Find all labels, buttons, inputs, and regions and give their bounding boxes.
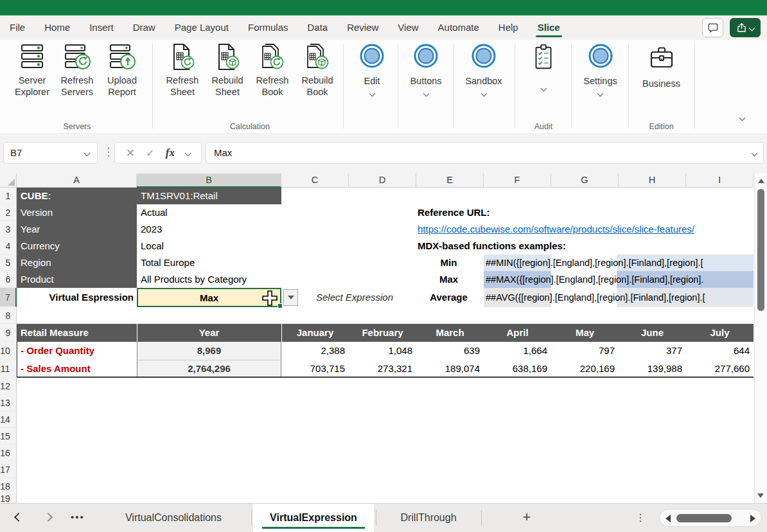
cell-a3-year-label[interactable]: Year [17,221,40,238]
table-cell[interactable]: 220,169 [551,360,615,378]
tab-help[interactable]: Help [489,15,528,40]
row-header-2[interactable]: 2 [0,204,17,221]
row-header-7[interactable]: 7 [0,288,17,307]
column-header-f[interactable]: F [484,173,551,188]
reference-url-link[interactable]: https://code.cubewise.com/software/produ… [418,221,754,238]
insert-function-icon[interactable]: fx [166,146,175,159]
row-header-12[interactable]: 12 [0,378,17,395]
sandbox-button[interactable]: Sandbox [455,43,513,98]
row-header-14[interactable]: 14 [0,411,17,428]
table-month-header-april[interactable]: April [484,324,551,342]
formula-bar-expand-chevron-icon[interactable] [752,150,758,157]
sheet-tab-drillthrough[interactable]: DrillThrough [378,504,479,532]
table-cell[interactable]: 273,321 [349,360,412,378]
row-header-6[interactable]: 6 [0,271,17,288]
max-label[interactable]: Max [416,271,481,288]
row-label-sales-amount[interactable]: - Sales Amount [21,360,91,378]
formula-bar-grip[interactable]: ⋮ [103,145,114,159]
table-month-header-february[interactable]: February [349,324,416,342]
cell-b4-currency-value[interactable]: Local [141,238,164,254]
column-header-i[interactable]: I [686,173,754,188]
sheet-nav-left-icon[interactable] [14,513,23,522]
row-header-19[interactable]: 19 [0,495,17,503]
table-cell[interactable]: 377 [619,342,682,360]
audit-button[interactable] [516,43,571,93]
row-header-3[interactable]: 3 [0,221,17,238]
table-cell[interactable]: 703,715 [281,360,345,378]
tab-slice[interactable]: Slice [528,15,570,40]
cell-a6-product-label[interactable]: Product [17,271,54,288]
fx-chevron-icon[interactable] [185,150,191,156]
table-cell[interactable]: 644 [686,342,750,360]
scroll-down-arrow-icon[interactable] [757,493,764,498]
formula-input[interactable]: Max [206,142,764,164]
column-header-a[interactable]: A [17,173,137,188]
row-label-order-quantity[interactable]: - Order Quantity [21,342,94,360]
table-header-year[interactable]: Year [137,324,281,342]
selected-cell-b7[interactable]: Max [137,288,281,307]
cell-a2-version-label[interactable]: Version [17,204,53,221]
reference-url-title[interactable]: Reference URL: [418,204,490,221]
column-header-e[interactable]: E [416,173,484,188]
column-header-c[interactable]: C [281,173,349,188]
name-box[interactable]: B7 [3,142,98,164]
table-cell[interactable]: 189,074 [416,360,480,378]
add-sheet-button[interactable]: + [518,504,536,532]
vertical-scroll-thumb[interactable] [757,189,764,311]
row-header-9[interactable]: 9 [0,324,17,342]
tab-view[interactable]: View [388,15,428,40]
tab-review[interactable]: Review [337,15,388,40]
row-header-8[interactable]: 8 [0,307,17,324]
table-header-measure[interactable]: Retail Measure [21,324,89,342]
scroll-right-arrow-icon[interactable] [750,515,755,522]
row-header-5[interactable]: 5 [0,254,17,271]
table-cell[interactable]: 2,388 [281,342,345,360]
rebuild-book-button[interactable]: RebuildBook [295,43,339,98]
tab-home[interactable]: Home [35,15,80,40]
year-total-order-quantity[interactable]: 8,969 [137,342,281,360]
cell-a1-cube-label[interactable]: CUBE: [17,188,136,204]
row-header-10[interactable]: 10 [0,342,17,360]
expression-dropdown-button[interactable] [283,289,298,306]
average-formula[interactable]: ##AVG({[region].[England],[region].[Finl… [486,288,754,307]
column-header-h[interactable]: H [619,173,686,188]
cell-a4-currency-label[interactable]: Currency [17,238,60,254]
tab-data[interactable]: Data [297,15,337,40]
table-month-header-june[interactable]: June [619,324,686,342]
sheet-nav-right-icon[interactable] [44,513,53,522]
upload-report-button[interactable]: UploadReport [100,43,144,98]
sheet-tab-virtualexpression[interactable]: VirtualExpression [253,504,374,532]
sheet-list-ellipsis[interactable]: ••• [71,511,85,522]
row-header-18[interactable]: 18 [0,478,17,495]
table-cell[interactable]: 277,660 [686,360,750,378]
server-explorer-button[interactable]: ServerExplorer [10,43,54,98]
row-header-1[interactable]: 1 [0,188,17,204]
share-button[interactable] [730,18,761,37]
min-label[interactable]: Min [416,254,481,271]
table-month-header-july[interactable]: July [686,324,754,342]
refresh-book-button[interactable]: RefreshBook [251,43,294,98]
column-header-g[interactable]: G [551,173,619,188]
average-label[interactable]: Average [416,288,481,307]
column-header-b[interactable]: B [137,173,281,188]
row-header-4[interactable]: 4 [0,238,17,254]
table-month-header-march[interactable]: March [416,324,484,342]
tab-page-layout[interactable]: Page Layout [165,15,238,40]
cell-b5-region-value[interactable]: Total Europe [141,254,195,271]
cancel-icon[interactable]: ✕ [126,146,135,160]
mdx-functions-title[interactable]: MDX-based functions examples: [418,238,566,254]
tab-automate[interactable]: Automate [428,15,489,40]
tab-options-icon[interactable]: ⋮ [635,511,646,524]
table-cell[interactable]: 639 [416,342,480,360]
name-box-chevron-icon[interactable] [84,150,91,157]
row-header-16[interactable]: 16 [0,445,17,461]
tab-file[interactable]: File [0,15,35,40]
max-formula[interactable]: ##MAX({[region].[England],[region].[Finl… [486,271,754,288]
sheet-tab-virtualconsolidations[interactable]: VirtualConsolidations [98,504,249,532]
settings-button[interactable]: Settings [572,43,628,98]
row-header-13[interactable]: 13 [0,395,17,411]
table-month-header-january[interactable]: January [281,324,349,342]
select-all-corner[interactable] [0,173,17,188]
table-cell[interactable]: 139,988 [619,360,682,378]
rebuild-sheet-button[interactable]: RebuildSheet [206,43,249,98]
